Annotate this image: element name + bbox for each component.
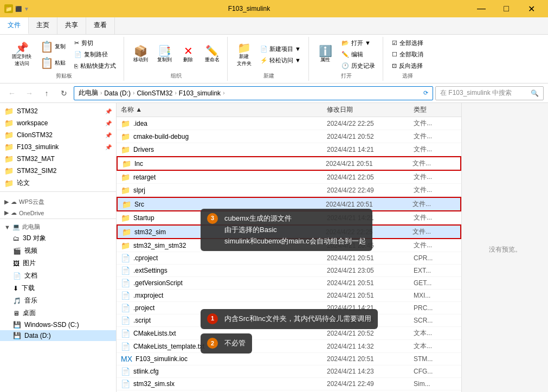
organize-items: 📦 移动到 📑 复制到 ✕ 删除 ✏️ 重命名	[130, 38, 223, 71]
refresh-button[interactable]: ↻	[56, 86, 72, 101]
copy-to-button[interactable]: 📑 复制到	[153, 43, 175, 66]
easy-access-button[interactable]: ⚡ 轻松访问 ▼	[257, 55, 304, 66]
cut-button[interactable]: ✂ 剪切	[71, 38, 119, 48]
maximize-button[interactable]: □	[494, 0, 519, 17]
sidebar-item-pictures[interactable]: 🖼 图片	[0, 257, 116, 269]
cut-icon: ✂	[74, 40, 79, 47]
sidebar-item-desktop[interactable]: 🖥 桌面	[0, 307, 116, 319]
history-icon: 🕐	[341, 62, 349, 69]
delete-button[interactable]: ✕ 删除	[177, 43, 199, 66]
file-row-getversionscript[interactable]: 📄.getVersionScript 2024/4/21 20:51 GET..…	[117, 277, 461, 290]
file-row-drivers[interactable]: 📁Drivers 2024/4/21 14:21 文件...	[117, 143, 461, 156]
sidebar-section-onedrive[interactable]: ▶ ☁ OneDrive	[0, 207, 116, 217]
window-controls: — □ ✕	[469, 0, 544, 17]
main-layout: 📁 STM32 📌 📁 workspace 📌 📁 ClionSTM32 📌 📁…	[0, 103, 548, 392]
sidebar-item-3dobjects[interactable]: 🗂 3D 对象	[0, 232, 116, 245]
sidebar-section-wps[interactable]: ▶ ☁ WPS云盘	[0, 196, 116, 207]
copy-button[interactable]: 📋 复制	[37, 39, 69, 54]
file-area: 名称 ▲ 修改日期 类型 📁.idea 2024/4/22 22:25 文件..…	[117, 103, 461, 392]
sidebar-item-music[interactable]: 🎵 音乐	[0, 294, 116, 307]
tab-file[interactable]: 文件	[0, 17, 29, 34]
select-items: ☑ 全部选择 ☐ 全部取消 ⊡ 反向选择	[389, 38, 427, 71]
ribbon-group-open: ℹ️ 属性 📂 打开 ▼ ✏️ 编辑 🕐 历史记录	[310, 37, 383, 81]
sidebar-item-workspace[interactable]: 📁 workspace 📌	[0, 117, 116, 129]
window-title: F103_simulink	[33, 5, 466, 12]
file-row-cproject[interactable]: 📄.cproject 2024/4/21 20:51 CPR...	[117, 252, 461, 265]
edit-button[interactable]: ✏️ 编辑	[338, 49, 378, 60]
tab-view[interactable]: 查看	[86, 17, 115, 34]
sidebar-item-windows-ssd[interactable]: 💾 Windows-SSD (C:)	[0, 319, 116, 330]
col-header-name[interactable]: 名称 ▲	[121, 105, 327, 114]
clipboard-items: 📌 固定到快速访问 📋 复制 📋 粘贴 ✂ 剪切	[9, 38, 119, 71]
file-row-src[interactable]: 📁Src 2024/4/21 20:51 文件...	[117, 197, 461, 211]
copy-path-icon: 📄	[74, 51, 82, 58]
rename-button[interactable]: ✏️ 重命名	[201, 43, 223, 66]
new-items: 📁 新建文件夹 📄 新建项目 ▼ ⚡ 轻松访问 ▼	[233, 38, 304, 71]
file-row-extsettings[interactable]: 📄.extSettings 2024/4/21 23:05 EXT...	[117, 265, 461, 277]
file-row-stlink[interactable]: 📄stlink.cfg 2024/4/21 14:23 CFG...	[117, 365, 461, 378]
folder-icon-3: 📁	[4, 131, 14, 139]
paste-button[interactable]: 📋 粘贴	[37, 55, 69, 70]
sidebar-item-stm32[interactable]: 📁 STM32 📌	[0, 105, 116, 117]
path-clion: ClionSTM32	[137, 89, 172, 97]
sidebar-item-clion[interactable]: 📁 ClionSTM32 📌	[0, 129, 116, 141]
close-button[interactable]: ✕	[519, 0, 544, 17]
ribbon-group-clipboard: 📌 固定到快速访问 📋 复制 📋 粘贴 ✂ 剪切	[4, 37, 124, 81]
expand-icon-2: ▶	[4, 209, 9, 216]
folder-icon-cmake: 📁	[121, 132, 130, 141]
select-all-button[interactable]: ☑ 全部选择	[389, 38, 427, 48]
paste-shortcut-button[interactable]: ⎘ 粘贴快捷方式	[71, 61, 119, 71]
col-header-date[interactable]: 修改日期	[327, 105, 414, 114]
file-list: 名称 ▲ 修改日期 类型 📁.idea 2024/4/22 22:25 文件..…	[117, 103, 461, 392]
file-row-stm32sim[interactable]: 📁stm32_sim 2024/4/22 22:25 文件...	[117, 224, 461, 239]
copy-path-button[interactable]: 📄 复制路径	[71, 49, 119, 60]
tab-home[interactable]: 主页	[29, 17, 57, 34]
back-button[interactable]: ←	[4, 86, 20, 101]
file-row-stm32simstm32[interactable]: 📁stm32_sim_stm32 2024/4/21 20:45 文件...	[117, 239, 461, 252]
open-icon: 📂	[341, 40, 349, 47]
sidebar-item-videos[interactable]: 🎬 视频	[0, 245, 116, 257]
tab-share[interactable]: 共享	[57, 17, 86, 34]
file-row-f103ioc[interactable]: MXF103_simulink.ioc 2024/4/21 20:51 STM.…	[117, 353, 461, 365]
minimize-button[interactable]: —	[469, 0, 494, 17]
forward-button[interactable]: →	[22, 86, 37, 101]
file-row-retarget[interactable]: 📁retarget 2024/4/21 22:05 文件...	[117, 171, 461, 184]
new-item-button[interactable]: 📄 新建项目 ▼	[257, 44, 304, 54]
invert-select-button[interactable]: ⊡ 反向选择	[389, 61, 427, 71]
file-row-script[interactable]: 📄.script 2024/4/21 23:05 SCR...	[117, 314, 461, 327]
sidebar-item-downloads[interactable]: ⬇ 下载	[0, 282, 116, 294]
file-row-cmakelists[interactable]: 📄CMakeLists.txt 2024/4/21 20:52 文本...	[117, 327, 461, 340]
sidebar-item-stm32sim2[interactable]: 📁 STM32_SIM2	[0, 165, 116, 177]
history-button[interactable]: 🕐 历史记录	[338, 61, 378, 71]
file-row-idea[interactable]: 📁.idea 2024/4/22 22:25 文件...	[117, 117, 461, 130]
folder-icon-drivers: 📁	[121, 145, 130, 154]
sidebar-item-documents[interactable]: 📄 文档	[0, 269, 116, 282]
sidebar-item-data-d[interactable]: 💾 Data (D:)	[0, 330, 116, 341]
file-row-mxproject[interactable]: 📄.mxproject 2024/4/21 20:51 MXI...	[117, 290, 461, 302]
file-row-project[interactable]: 📄.project 2024/4/21 14:21 PRC...	[117, 302, 461, 314]
up-button[interactable]: ↑	[39, 86, 54, 101]
pin-to-quick-access-button[interactable]: 📌 固定到快速访问	[9, 40, 35, 69]
new-folder-button[interactable]: 📁 新建文件夹	[233, 40, 255, 69]
col-header-type[interactable]: 类型	[414, 105, 457, 114]
search-input[interactable]: 在 F103_simulink 中搜索 🔍	[435, 86, 544, 100]
address-path[interactable]: 此电脑 › Data (D:) › ClionSTM32 › F103_simu…	[74, 86, 433, 100]
file-row-stm32simslx[interactable]: 📄stm32_sim.slx 2024/4/21 22:49 Sim...	[117, 378, 461, 390]
file-row-slprj[interactable]: 📁slprj 2024/4/22 22:49 文件...	[117, 184, 461, 197]
file-row-cmake[interactable]: 📁cmake-build-debug 2024/4/21 20:52 文件...	[117, 130, 461, 143]
sidebar-item-thesis[interactable]: 📁 论文	[0, 177, 116, 189]
move-to-button[interactable]: 📦 移动到	[130, 43, 151, 66]
file-row-inc[interactable]: 📁Inc 2024/4/21 20:51 文件...	[117, 156, 461, 171]
folder-icon-inc: 📁	[122, 159, 131, 168]
sidebar-item-stm32mat[interactable]: 📁 STM32_MAT	[0, 153, 116, 165]
sidebar-item-f103[interactable]: 📁 F103_simulink 📌	[0, 141, 116, 153]
open-button[interactable]: 📂 打开 ▼	[338, 38, 378, 48]
deselect-all-button[interactable]: ☐ 全部取消	[389, 49, 427, 60]
sidebar-section-thispc[interactable]: ▼ 💻 此电脑	[0, 221, 116, 232]
ribbon-group-new: 📁 新建文件夹 📄 新建项目 ▼ ⚡ 轻松访问 ▼ 新建	[229, 37, 309, 81]
file-row-cmakeliststemplate[interactable]: 📄CMakeLists_template.txt 2024/4/21 14:32…	[117, 340, 461, 353]
address-bar: ← → ↑ ↻ 此电脑 › Data (D:) › ClionSTM32 › F…	[0, 83, 548, 103]
file-row-startup[interactable]: 📁Startup 2024/4/21 14:21 文件...	[117, 211, 461, 224]
properties-button[interactable]: ℹ️ 属性	[314, 43, 336, 66]
divider-1	[0, 191, 116, 196]
